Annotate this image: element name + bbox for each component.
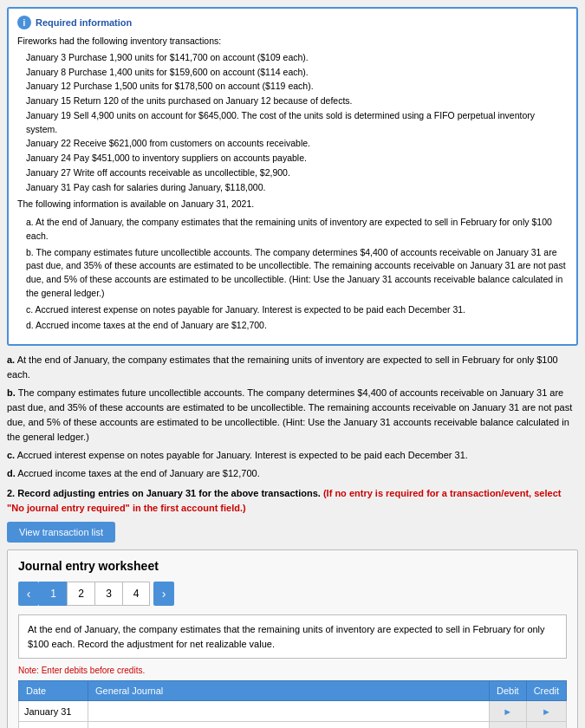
table-row: January 31 ► ► (19, 701, 567, 722)
intro-text: Fireworks had the following inventory tr… (17, 35, 568, 49)
item-b: b. The company estimates future uncollec… (26, 246, 568, 301)
tab-2[interactable]: 2 (67, 582, 94, 606)
info-icon: i (17, 16, 31, 29)
transaction-2: January 8 Purchase 1,400 units for $159,… (26, 66, 568, 80)
journal-table: Date General Journal Debit Credit Januar… (18, 680, 567, 728)
transaction-9: January 31 Pay cash for salaries during … (26, 181, 568, 195)
transaction-5: January 19 Sell 4,900 units on account f… (26, 109, 568, 137)
worksheet-box: Journal entry worksheet ‹ 1 2 3 4 › At t… (7, 549, 578, 728)
worksheet-title: Journal entry worksheet (18, 559, 567, 573)
description-box: At the end of January, the company estim… (18, 614, 567, 659)
row1-debit-arrow[interactable]: ► (489, 701, 526, 722)
letter-items: a. At the end of January, the company es… (26, 216, 568, 333)
col-debit: Debit (489, 681, 526, 701)
row2-debit-arrow[interactable]: ► (489, 722, 526, 728)
main-item-d: d. Accrued income taxes at the end of Ja… (7, 466, 578, 481)
required-info-title: Required information (36, 17, 132, 28)
view-transaction-btn[interactable]: View transaction list (7, 522, 115, 543)
instruction-text: 2. Record adjusting entries on January 3… (7, 486, 578, 515)
row1-journal-input[interactable] (94, 706, 484, 717)
item-d: d. Accrued income taxes at the end of Ja… (26, 319, 568, 333)
table-row: ► ► (19, 722, 567, 728)
row1-credit-arrow[interactable]: ► (526, 701, 566, 722)
transaction-7: January 24 Pay $451,000 to inventory sup… (26, 152, 568, 166)
row2-credit-arrow[interactable]: ► (526, 722, 566, 728)
transaction-1: January 3 Purchase 1,900 units for $141,… (26, 51, 568, 65)
tab-navigation: ‹ 1 2 3 4 › (18, 582, 567, 606)
tab-next-arrow[interactable]: › (153, 582, 174, 606)
col-date: Date (19, 681, 88, 701)
row2-journal[interactable] (88, 722, 490, 728)
required-info-box: i Required information Fireworks had the… (7, 7, 578, 346)
tab-1[interactable]: 1 (39, 582, 67, 606)
required-info-header: i Required information (17, 16, 568, 29)
tab-prev-arrow[interactable]: ‹ (18, 582, 39, 606)
main-item-a: a. At the end of January, the company es… (7, 353, 578, 382)
transaction-4: January 15 Return 120 of the units purch… (26, 94, 568, 108)
item-c: c. Accrued interest expense on notes pay… (26, 303, 568, 317)
row2-date (19, 722, 88, 728)
col-general-journal: General Journal (88, 681, 490, 701)
main-item-c: c. Accrued interest expense on notes pay… (7, 448, 578, 463)
transactions-list: January 3 Purchase 1,900 units for $141,… (26, 51, 568, 195)
col-credit: Credit (526, 681, 566, 701)
main-item-b: b. The company estimates future uncollec… (7, 386, 578, 445)
required-info-content: Fireworks had the following inventory tr… (17, 35, 568, 333)
tab-3[interactable]: 3 (94, 582, 122, 606)
tab-4[interactable]: 4 (122, 582, 150, 606)
transaction-8: January 27 Write off accounts receivable… (26, 166, 568, 180)
row1-date: January 31 (19, 701, 88, 722)
note-text: Note: Enter debits before credits. (18, 666, 567, 675)
transaction-6: January 22 Receive $621,000 from custome… (26, 137, 568, 151)
item-a: a. At the end of January, the company es… (26, 216, 568, 244)
following-info-text: The following information is available o… (17, 198, 568, 211)
main-content: a. At the end of January, the company es… (7, 353, 578, 481)
row1-journal[interactable] (88, 701, 490, 722)
transaction-3: January 12 Purchase 1,500 units for $178… (26, 80, 568, 94)
instruction-para: 2. Record adjusting entries on January 3… (7, 486, 578, 515)
description-text: At the end of January, the company estim… (28, 622, 557, 651)
